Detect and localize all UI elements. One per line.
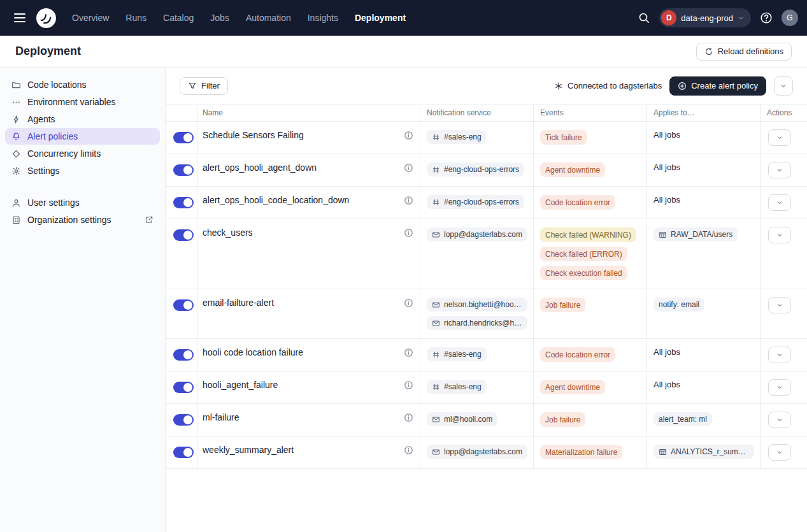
nav-item-insights[interactable]: Insights — [308, 13, 338, 23]
service-label: lopp@dagsterlabs.com — [444, 230, 522, 239]
column-header-toggle — [166, 104, 197, 121]
nav-item-jobs[interactable]: Jobs — [210, 13, 229, 23]
row-actions-button[interactable] — [768, 162, 791, 178]
nav-item-catalog[interactable]: Catalog — [163, 13, 194, 23]
sidebar-item-agents[interactable]: Agents — [5, 111, 160, 127]
nav-item-deployment[interactable]: Deployment — [355, 13, 406, 23]
sidebar-item-code-locations[interactable]: Code locations — [5, 76, 160, 93]
policy-enabled-toggle[interactable] — [173, 299, 194, 311]
info-icon[interactable] — [404, 413, 413, 422]
applies-to-cell: All jobs — [647, 371, 761, 403]
service-chip-slack[interactable]: #sales-eng — [427, 347, 487, 361]
page-title: Deployment — [15, 45, 81, 58]
sidebar-item-settings[interactable]: Settings — [5, 162, 160, 179]
info-icon[interactable] — [404, 163, 413, 173]
service-chip-slack[interactable]: #eng-cloud-ops-errors — [427, 162, 524, 176]
applies-to-chip[interactable]: RAW_DATA/users — [653, 227, 738, 241]
sidebar-item-label: User settings — [27, 198, 80, 208]
sidebar-item-concurrency-limits[interactable]: Concurrency limits — [5, 145, 160, 162]
info-icon[interactable] — [404, 445, 413, 455]
row-actions-button[interactable] — [768, 129, 791, 146]
info-icon[interactable] — [404, 196, 413, 205]
sidebar-item-label: Settings — [27, 166, 60, 176]
policy-enabled-toggle[interactable] — [173, 382, 194, 393]
user-icon — [11, 198, 21, 208]
nav-item-overview[interactable]: Overview — [72, 13, 109, 23]
sidebar-item-user-settings[interactable]: User settings — [5, 194, 160, 211]
chevron-down-icon — [776, 231, 783, 239]
policy-enabled-toggle[interactable] — [173, 164, 194, 176]
applies-to-chip[interactable]: alert_team: ml — [653, 412, 712, 426]
actions-cell — [761, 289, 807, 338]
row-actions-button[interactable] — [768, 194, 791, 211]
dagster-logo-icon[interactable] — [36, 8, 57, 29]
policy-enabled-toggle[interactable] — [173, 414, 194, 426]
service-chip-slack[interactable]: #sales-eng — [427, 380, 487, 394]
info-icon[interactable] — [404, 348, 413, 357]
event-tag: Code location error — [540, 347, 615, 362]
row-actions-button[interactable] — [768, 379, 791, 396]
email-icon — [432, 231, 440, 239]
table-body: Schedule Sensors Failing#sales-engTick f… — [166, 122, 807, 469]
service-chip-email[interactable]: lopp@dagsterlabs.com — [427, 445, 527, 459]
applies-to-cell: RAW_DATA/users — [647, 219, 761, 289]
nav-item-runs[interactable]: Runs — [125, 13, 146, 23]
service-chip-email[interactable]: nelson.bighetti@hooli.co… — [427, 298, 527, 312]
info-icon[interactable] — [404, 380, 413, 390]
nav-item-automation[interactable]: Automation — [246, 13, 291, 23]
notification-service-cell: #eng-cloud-ops-errors — [420, 187, 534, 219]
info-icon[interactable] — [404, 228, 413, 238]
service-chip-email[interactable]: richard.hendricks@hooli… — [427, 316, 527, 330]
sidebar-item-alert-policies[interactable]: Alert policies — [5, 128, 160, 145]
sidebar-item-environment-variables[interactable]: Environment variables — [5, 94, 160, 110]
info-icon[interactable] — [404, 131, 413, 140]
toggle-cell — [166, 122, 197, 154]
service-chip-slack[interactable]: #eng-cloud-ops-errors — [427, 195, 524, 209]
org-icon — [11, 215, 21, 225]
reload-definitions-button[interactable]: Reload definitions — [696, 43, 792, 61]
row-actions-button[interactable] — [768, 412, 791, 428]
policy-enabled-toggle[interactable] — [173, 197, 194, 208]
policy-enabled-toggle[interactable] — [173, 132, 194, 143]
applies-to-text: All jobs — [653, 195, 680, 205]
help-icon[interactable] — [760, 11, 773, 24]
policy-enabled-toggle[interactable] — [173, 229, 194, 241]
user-avatar[interactable]: G — [782, 10, 798, 26]
policy-name: hooli_agent_failure — [203, 380, 278, 390]
event-tag: Agent downtime — [540, 162, 605, 177]
notification-service-cell: #eng-cloud-ops-errors — [420, 154, 534, 186]
applies-to-text: All jobs — [653, 130, 680, 140]
applies-to-chip[interactable]: notify: email — [653, 298, 704, 312]
event-tag: Code location error — [540, 195, 615, 210]
sidebar-item-label: Code locations — [27, 80, 87, 90]
name-cell: alert_ops_hooli_code_location_down — [197, 187, 420, 219]
create-policy-dropdown-button[interactable] — [774, 76, 793, 96]
service-chip-slack[interactable]: #sales-eng — [427, 130, 487, 144]
hamburger-menu-icon[interactable] — [9, 7, 31, 29]
applies-to-chip[interactable]: ANALYTICS_r_summary — [653, 445, 754, 459]
row-actions-button[interactable] — [768, 347, 791, 363]
policy-name: check_users — [203, 227, 253, 238]
create-alert-policy-button[interactable]: Create alert policy — [669, 76, 766, 96]
service-chip-email[interactable]: ml@hooli.com — [427, 412, 497, 426]
search-icon[interactable] — [638, 11, 650, 24]
row-actions-button[interactable] — [768, 227, 791, 243]
actions-cell — [761, 339, 807, 371]
applies-to-text: All jobs — [653, 380, 680, 389]
sidebar-item-organization-settings[interactable]: Organization settings — [5, 212, 160, 228]
service-chip-email[interactable]: lopp@dagsterlabs.com — [427, 227, 527, 241]
service-label: richard.hendricks@hooli… — [444, 319, 522, 327]
email-icon — [432, 448, 440, 456]
name-cell: ml-failure — [197, 404, 420, 436]
row-actions-button[interactable] — [768, 297, 791, 313]
service-label: lopp@dagsterlabs.com — [444, 447, 522, 456]
row-actions-button[interactable] — [768, 444, 791, 461]
policy-enabled-toggle[interactable] — [173, 349, 194, 361]
actions-cell — [761, 122, 807, 154]
filter-button[interactable]: Filter — [180, 77, 228, 95]
policy-enabled-toggle[interactable] — [173, 447, 194, 458]
info-icon[interactable] — [404, 298, 413, 308]
toggle-cell — [166, 187, 197, 219]
deployment-switcher[interactable]: D data-eng-prod — [659, 8, 751, 27]
sidebar-item-label: Environment variables — [27, 97, 116, 107]
